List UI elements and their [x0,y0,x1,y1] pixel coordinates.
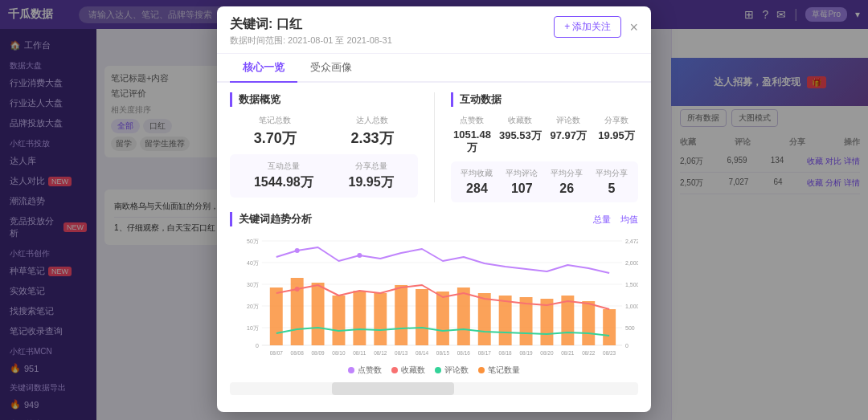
svg-text:08/21: 08/21 [561,350,575,356]
stat-collections: 收藏数 395.53万 [498,115,542,155]
svg-text:30万: 30万 [247,282,259,287]
share-value: 19.95万 [349,174,394,191]
stat-comments: 评论数 97.97万 [547,115,590,155]
shares-value: 19.95万 [595,128,638,143]
svg-text:20万: 20万 [247,304,259,309]
shares-label: 分享数 [595,115,638,126]
chart-scrollbar[interactable] [230,382,638,395]
stat-notes-value: 3.70万 [230,128,321,148]
legend-label-comments: 评论数 [444,365,469,376]
interaction-grid-bottom: 平均收藏 284 平均评论 107 平均分享 26 平均分享 [457,168,633,196]
svg-rect-22 [353,291,366,345]
svg-rect-33 [582,301,595,345]
overview-row2-inner: 互动总量 1544.98万 分享总量 19.95万 [236,161,411,191]
svg-text:500: 500 [625,325,635,331]
svg-text:08/19: 08/19 [519,350,533,356]
legend-label-likes: 点赞数 [358,365,382,376]
svg-rect-28 [478,293,491,345]
svg-text:08/08: 08/08 [291,350,305,356]
stat-avg-share: 平均分享 26 [547,168,587,196]
chart-link-avg[interactable]: 均值 [620,214,638,226]
scrollbar-thumb [332,382,454,395]
svg-text:08/18: 08/18 [499,350,513,356]
svg-rect-21 [332,296,345,345]
modal-body: 数据概览 笔记总数 3.70万 达人总数 2.33万 互动总量 [217,83,651,412]
svg-text:50万: 50万 [247,239,259,244]
interaction-grid-top: 点赞数 1051.48万 收藏数 395.53万 评论数 97.97万 分享数 … [451,115,639,155]
avg-shr2-value: 5 [592,181,632,196]
stat-total-influencers: 达人总数 2.33万 [327,115,418,148]
svg-text:2,472: 2,472 [625,239,638,244]
chart-title: 关键词趋势分析 [230,212,312,226]
modal-tabs: 核心一览 受众画像 [217,54,651,83]
svg-text:08/07: 08/07 [270,350,284,356]
chart-section: 关键词趋势分析 总量 均值 50万 40万 [230,212,638,376]
svg-text:08/15: 08/15 [436,350,450,356]
svg-text:08/11: 08/11 [353,350,366,356]
svg-rect-18 [270,287,283,345]
svg-text:10万: 10万 [247,325,259,331]
svg-rect-25 [416,289,428,345]
close-button[interactable]: × [629,20,638,35]
avg-com-value: 107 [502,181,542,196]
svg-text:0: 0 [625,343,628,349]
stats-main-row: 数据概览 笔记总数 3.70万 达人总数 2.33万 互动总量 [230,92,638,202]
overview-row2: 互动总量 1544.98万 分享总量 19.95万 [230,154,418,198]
stat-total-notes: 笔记总数 3.70万 [230,115,321,148]
svg-text:08/17: 08/17 [478,350,492,356]
stat-share-total: 分享总量 19.95万 [349,161,394,191]
svg-rect-24 [395,285,407,345]
legend-dot-likes [348,367,354,373]
trend-chart: 50万 40万 30万 20万 10万 0 2,472 2,000 1,500 … [230,233,638,361]
collections-label: 收藏数 [498,115,542,126]
stats-divider [434,92,435,202]
svg-text:1,500: 1,500 [625,282,638,287]
avg-col-label: 平均收藏 [457,168,497,179]
modal-header-right: + 添加关注 × [554,16,638,38]
interaction-title: 互动数据 [451,92,639,107]
svg-text:08/13: 08/13 [395,350,408,356]
chart-link-total[interactable]: 总量 [593,214,611,226]
svg-text:08/12: 08/12 [374,350,387,356]
legend-label-notes: 笔记数量 [488,365,520,376]
svg-text:08/10: 08/10 [332,350,346,356]
stat-influencers-label: 达人总数 [327,115,418,126]
svg-rect-26 [436,292,449,345]
tab-core[interactable]: 核心一览 [230,54,297,83]
legend-notes: 笔记数量 [478,365,520,376]
svg-text:08/14: 08/14 [416,350,429,356]
legend-dot-comments [435,367,441,373]
tab-audience[interactable]: 受众画像 [297,54,365,83]
modal-header-left: 关键词: 口红 数据时间范围: 2021-08-01 至 2021-08-31 [230,16,392,47]
likes-label: 点赞数 [451,115,494,126]
legend-label-collections: 收藏数 [401,365,425,376]
avg-shr-label: 平均分享 [547,168,587,179]
legend-comments: 评论数 [435,365,469,376]
stat-influencers-value: 2.33万 [327,128,418,148]
add-follow-button[interactable]: + 添加关注 [554,16,621,38]
svg-text:2,000: 2,000 [625,260,638,266]
stat-avg-comment: 平均评论 107 [502,168,542,196]
svg-text:08/23: 08/23 [603,350,616,356]
stat-likes: 点赞数 1051.48万 [451,115,494,155]
overview-title: 数据概览 [230,92,418,107]
modal-header: 关键词: 口红 数据时间范围: 2021-08-01 至 2021-08-31 … [217,6,651,54]
interaction-row2: 平均收藏 284 平均评论 107 平均分享 26 平均分享 [451,161,639,202]
chart-legend: 点赞数 收藏数 评论数 笔记数量 [230,365,638,376]
avg-com-label: 平均评论 [502,168,542,179]
modal: 关键词: 口红 数据时间范围: 2021-08-01 至 2021-08-31 … [217,6,651,412]
stats-overview: 数据概览 笔记总数 3.70万 达人总数 2.33万 互动总量 [230,92,418,202]
stats-interaction: 互动数据 点赞数 1051.48万 收藏数 395.53万 评论数 97.97万 [451,92,639,202]
svg-rect-27 [457,287,470,345]
avg-shr-value: 26 [547,181,587,196]
avg-shr2-label: 平均分享 [592,168,632,179]
svg-text:40万: 40万 [247,260,259,266]
svg-rect-32 [561,296,574,345]
interaction-label: 互动总量 [254,161,313,172]
chart-container: 50万 40万 30万 20万 10万 0 2,472 2,000 1,500 … [230,233,638,361]
svg-text:08/22: 08/22 [582,350,596,356]
comments-value: 97.97万 [547,128,590,143]
stat-interaction-total: 互动总量 1544.98万 [254,161,313,191]
comments-label: 评论数 [547,115,590,126]
collections-value: 395.53万 [498,128,542,143]
